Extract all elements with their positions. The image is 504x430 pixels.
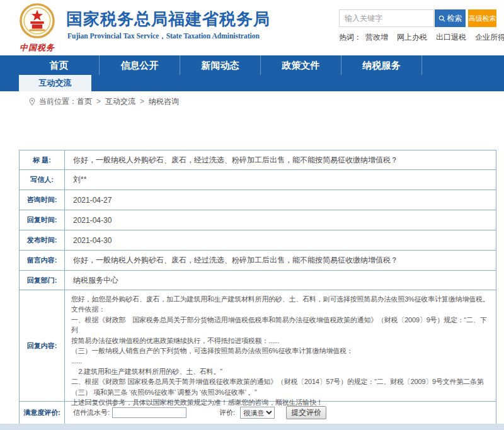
satisfaction-controls: 信件流水号: 评价: 很满意 提交评价 (65, 402, 496, 424)
table-row-reply-dept: 回复部门: 纳税服务中心 (20, 271, 496, 290)
row-label: 回复部门: (20, 271, 65, 290)
sub-nav: 互动交流 (0, 75, 504, 91)
table-row-reply-content: 回复内容: 您好，如您是外购砂石、废石，加工为建筑用和生产建筑材料所用的砂、土、… (20, 290, 496, 402)
table-row-message: 留言内容: 你好，一般纳税人外购砂石、废石，经过洗选、粉碎加工后出售，能不能按简… (20, 251, 496, 271)
consultation-detail-table: 标 题: 你好，一般纳税人外购砂石、废石，经过洗选、粉碎加工后出售，能不能按简易… (19, 150, 496, 424)
rating-label: 评价: (219, 408, 235, 417)
site-header: 中国税务 国家税务总局福建省税务局 Fujian Provincial Tax … (0, 0, 504, 55)
row-value: 你好，一般纳税人外购砂石、废石，经过洗选、粉碎加工后出售，能不能按简易征收缴纳增… (65, 251, 496, 270)
footer-strip (0, 424, 504, 430)
row-label: 满意度评价: (20, 402, 65, 424)
breadcrumb-link-tax-consult[interactable]: 纳税咨询 (149, 96, 179, 107)
row-value: 2021-04-30 (65, 210, 496, 230)
row-value: 2021-04-30 (65, 230, 496, 250)
breadcrumb-label: 当前位置： (39, 96, 77, 107)
national-tax-emblem-icon (19, 30, 55, 41)
search-button-label: 检索 (447, 13, 462, 24)
row-label: 咨询时间: (20, 190, 65, 210)
tax-emblem-logo: 中国税务 (11, 3, 63, 54)
page-subtitle: Fujian Provincial Tax Service，State Taxa… (67, 31, 260, 41)
row-value: 2021-04-27 (65, 190, 496, 210)
main-nav: 首页 信息公开 新闻动态 政策文件 纳税服务 (0, 55, 504, 75)
row-label: 标 题: (20, 150, 65, 169)
hot-words: 热词：营改增网上办税出口退税企业所得税 (339, 32, 504, 43)
logo-script-text: 中国税务 (11, 42, 63, 54)
row-label: 回复时间: (20, 210, 65, 230)
table-row-consult-time: 咨询时间: 2021-04-27 (20, 190, 496, 210)
search-icon (438, 15, 445, 22)
reply-content-text: 您好，如您是外购砂石、废石，加工为建筑用和生产建筑材料所用的砂、土、石料，则可选… (65, 290, 496, 401)
breadcrumb-link-home[interactable]: 首页 (77, 96, 92, 107)
breadcrumb-separator: > (140, 97, 144, 106)
tab-interactive-exchange[interactable]: 互动交流 (19, 75, 91, 91)
table-row-publish-time: 发布时间: 2021-04-30 (20, 230, 496, 251)
breadcrumb: 当前位置： 首页 > 互动交流 > 纳税咨询 (0, 93, 504, 110)
serial-number-input[interactable] (112, 407, 186, 418)
row-value: 刘** (65, 170, 496, 190)
page: 中国税务 国家税务总局福建省税务局 Fujian Provincial Tax … (0, 0, 504, 430)
row-label: 留言内容: (20, 251, 65, 270)
hot-word-link[interactable]: 企业所得税 (475, 33, 504, 42)
row-value: 纳税服务中心 (65, 271, 496, 290)
search-box: 检索 高级检索 (339, 9, 496, 27)
submit-evaluation-button[interactable]: 提交评价 (286, 406, 326, 419)
rating-select[interactable]: 很满意 (240, 407, 275, 419)
row-value: 你好，一般纳税人外购砂石、废石，经过洗选、粉碎加工后出售，能不能按简易征收缴纳增… (65, 150, 496, 169)
advanced-search-button[interactable]: 高级检索 (468, 9, 496, 27)
nav-item-news[interactable]: 新闻动态 (180, 55, 261, 75)
hot-word-link[interactable]: 网上办税 (397, 33, 427, 42)
hot-word-link[interactable]: 营改增 (365, 33, 388, 42)
nav-item-info-disclosure[interactable]: 信息公开 (100, 55, 180, 75)
location-pin-icon (29, 98, 35, 106)
breadcrumb-link-interactive[interactable]: 互动交流 (105, 96, 135, 107)
table-row-reply-time: 回复时间: 2021-04-30 (20, 210, 496, 230)
table-row-writer: 写信人: 刘** (20, 170, 496, 190)
nav-item-tax-service[interactable]: 纳税服务 (341, 55, 422, 75)
table-row-title: 标 题: 你好，一般纳税人外购砂石、废石，经过洗选、粉碎加工后出售，能不能按简易… (20, 150, 496, 170)
hot-words-label: 热词： (339, 33, 362, 42)
breadcrumb-separator: > (96, 97, 101, 106)
nav-item-policy-docs[interactable]: 政策文件 (261, 55, 341, 75)
hot-word-link[interactable]: 出口退税 (436, 33, 466, 42)
search-input[interactable] (339, 9, 434, 27)
search-button[interactable]: 检索 (435, 9, 466, 27)
row-label: 回复内容: (20, 290, 65, 401)
serial-number-label: 信件流水号: (73, 408, 110, 417)
nav-item-home[interactable]: 首页 (19, 55, 100, 75)
page-title: 国家税务总局福建省税务局 (66, 8, 270, 30)
row-label: 发布时间: (20, 230, 65, 250)
row-label: 写信人: (20, 170, 65, 190)
table-row-satisfaction: 满意度评价: 信件流水号: 评价: 很满意 提交评价 (20, 402, 496, 424)
